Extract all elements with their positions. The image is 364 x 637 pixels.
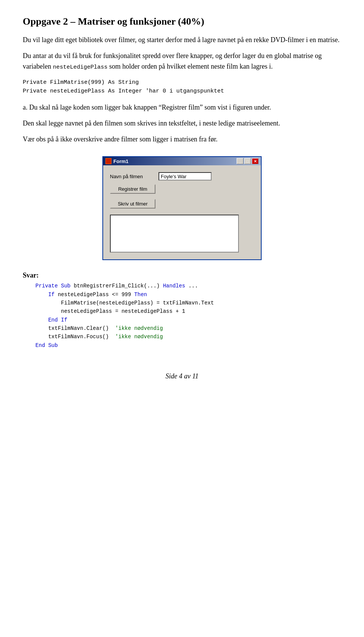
form-icon	[105, 158, 111, 164]
code-line-4: nesteLedigePlass = nesteLedigePlass + 1	[23, 308, 185, 314]
film-name-input[interactable]: Foyle's War	[158, 172, 212, 180]
code-line-5: End If	[23, 317, 67, 323]
registrer-film-button[interactable]: Registrer film	[110, 184, 155, 194]
window-controls: _ □ ✕	[237, 158, 259, 164]
code-line-1: Private Sub btnRegistrerFilm_Click(...) …	[23, 283, 198, 289]
windows-form: Form1 _ □ ✕ Navn på filmen Foyle's War R…	[102, 156, 262, 260]
paragraph-3: a. Du skal nå lage koden som ligger bak …	[23, 102, 341, 113]
titlebar: Form1 _ □ ✕	[103, 157, 261, 165]
code-line-2: If nesteLedigePlass <= 999 Then	[23, 292, 147, 298]
code-line-3: FilmMatrise(nesteLedigePlass) = txtFilmN…	[23, 300, 214, 306]
page-title: Oppgave 2 – Matriser og funksjoner (40%)	[23, 15, 341, 28]
paragraph-2: Du antar at du vil få bruk for funksjona…	[23, 51, 341, 72]
film-name-label: Navn på filmen	[110, 174, 155, 179]
form-title: Form1	[113, 158, 129, 164]
code-block-1: Private FilmMatrise(999) As String Priva…	[23, 78, 341, 96]
form-body: Navn på filmen Foyle's War Registrer fil…	[103, 165, 261, 259]
code-line-8: End Sub	[23, 342, 58, 348]
maximize-button[interactable]: □	[244, 158, 251, 164]
minimize-button[interactable]: _	[237, 158, 243, 164]
svar-section: Svar: Private Sub btnRegistrerFilm_Click…	[23, 271, 341, 350]
paragraph-5: Vær obs på å ikke overskrive andre filme…	[23, 134, 341, 145]
svar-code-block: Private Sub btnRegistrerFilm_Click(...) …	[23, 282, 341, 350]
paragraph-1: Du vil lage ditt eget bibliotek over fil…	[23, 35, 341, 46]
svar-label: Svar:	[23, 271, 341, 279]
film-name-row: Navn på filmen Foyle's War	[110, 172, 254, 180]
code-line-6: txtFilmNavn.Clear() 'ikke nødvendig	[23, 325, 163, 331]
page-footer: Side 4 av 11	[23, 372, 341, 380]
close-button[interactable]: ✕	[252, 158, 259, 164]
form-figure: Form1 _ □ ✕ Navn på filmen Foyle's War R…	[23, 156, 341, 260]
code-line-7: txtFilmNavn.Focus() 'ikke nødvendig	[23, 334, 163, 340]
paragraph-4: Den skal legge navnet på den filmen som …	[23, 118, 341, 129]
film-listbox[interactable]	[110, 215, 239, 253]
skriv-ut-filmer-button[interactable]: Skriv ut filmer	[110, 199, 155, 209]
